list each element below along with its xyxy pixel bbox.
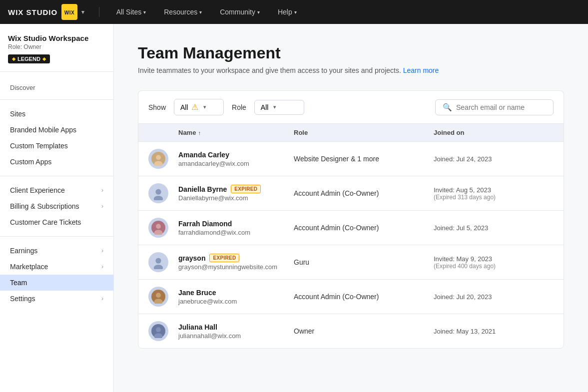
wix-text: WIX STUDIO bbox=[8, 8, 57, 16]
expired-info: (Expired 400 days ago) bbox=[434, 263, 554, 270]
joined-date: Invited: Aug 5, 2023 bbox=[434, 186, 554, 194]
table-row: Jane Bruce janebruce@wix.com Account Adm… bbox=[138, 280, 564, 314]
page-subtitle: Invite teammates to your workspace and g… bbox=[138, 66, 564, 74]
expired-badge: EXPIRED bbox=[209, 254, 239, 262]
svg-point-3 bbox=[156, 155, 161, 160]
member-name: Daniella Byrne EXPIRED bbox=[178, 185, 294, 193]
sort-arrow-icon: ↑ bbox=[198, 130, 201, 136]
sidebar-item-customer-care[interactable]: Customer Care Tickets bbox=[0, 214, 113, 230]
workspace-info: Wix Studio Workspace Role: Owner ◆ LEGEN… bbox=[0, 24, 113, 72]
show-filter-select[interactable]: All ⚠ ▾ bbox=[174, 99, 224, 115]
sidebar-nav-section: Sites Branded Mobile Apps Custom Templat… bbox=[0, 100, 113, 176]
legend-badge: ◆ LEGEND ◆ bbox=[8, 54, 50, 63]
nav-resources[interactable]: Resources ▾ bbox=[161, 6, 205, 18]
sidebar-billing-label: Billing & Subscriptions bbox=[10, 202, 79, 210]
role-cell: Account Admin (Co-Owner) bbox=[294, 189, 434, 197]
role-filter-chevron: ▾ bbox=[273, 104, 276, 110]
sidebar-bottom-section: Earnings › Marketplace › Team Settings › bbox=[0, 237, 113, 313]
nav-dropdown-chevron[interactable]: ▾ bbox=[81, 9, 85, 15]
discover-label: Discover bbox=[0, 78, 113, 93]
table-row: Daniella Byrne EXPIRED Daniellabyrne@wix… bbox=[138, 176, 564, 211]
nav-help-chevron: ▾ bbox=[294, 9, 297, 15]
show-label: Show bbox=[148, 103, 166, 111]
sidebar-item-team[interactable]: Team bbox=[0, 275, 113, 291]
nav-all-sites[interactable]: All Sites ▾ bbox=[113, 6, 149, 18]
sidebar-item-earnings[interactable]: Earnings › bbox=[0, 243, 113, 259]
sidebar-item-sites[interactable]: Sites bbox=[0, 106, 113, 122]
avatar bbox=[148, 149, 168, 169]
table-row: grayson EXPIRED grayson@mystunningwebsit… bbox=[138, 245, 564, 280]
col-name-label: Name bbox=[178, 129, 196, 136]
role-filter-value: All bbox=[261, 103, 269, 111]
sidebar-customer-care-label: Customer Care Tickets bbox=[10, 218, 81, 226]
learn-more-link[interactable]: Learn more bbox=[403, 66, 439, 74]
sidebar-middle-section: Client Experience › Billing & Subscripti… bbox=[0, 176, 113, 237]
joined-cell: Invited: May 9, 2023 (Expired 400 days a… bbox=[434, 255, 554, 270]
sidebar-item-client-experience[interactable]: Client Experience › bbox=[0, 182, 113, 198]
nav-community[interactable]: Community ▾ bbox=[217, 6, 263, 18]
nav-all-sites-chevron: ▾ bbox=[143, 9, 146, 15]
nav-help[interactable]: Help ▾ bbox=[275, 6, 300, 18]
sidebar-item-marketplace[interactable]: Marketplace › bbox=[0, 259, 113, 275]
joined-date: Joined: Jul 5, 2023 bbox=[434, 224, 554, 232]
expired-info: (Expired 313 days ago) bbox=[434, 194, 554, 201]
page-title: Team Management bbox=[138, 44, 564, 62]
role-cell: Account Admin (Co-Owner) bbox=[294, 293, 434, 301]
diamond-left-icon: ◆ bbox=[12, 56, 15, 61]
sidebar-marketplace-label: Marketplace bbox=[10, 263, 48, 271]
sidebar-sites-label: Sites bbox=[10, 110, 25, 118]
svg-point-9 bbox=[156, 224, 161, 229]
member-email: janebruce@wix.com bbox=[178, 298, 294, 305]
joined-date: Invited: May 9, 2023 bbox=[434, 255, 554, 263]
avatar bbox=[148, 287, 168, 307]
col-joined-header: Joined on bbox=[434, 129, 554, 136]
sidebar-billing-chevron: › bbox=[101, 203, 103, 210]
table-row: Amanda Carley amandacarley@wix.com Websi… bbox=[138, 142, 564, 176]
sidebar-custom-templates-label: Custom Templates bbox=[10, 142, 68, 150]
svg-text:WIX: WIX bbox=[64, 10, 74, 15]
wix-icon: WIX bbox=[61, 4, 77, 20]
joined-cell: Joined: Jul 24, 2023 bbox=[434, 155, 554, 163]
sidebar-client-exp-label: Client Experience bbox=[10, 186, 65, 194]
table-header: Name ↑ Role Joined on bbox=[138, 124, 564, 142]
member-name: grayson EXPIRED bbox=[178, 254, 294, 262]
role-cell: Account Admin (Co-Owner) bbox=[294, 224, 434, 232]
joined-date: Joined: May 13, 2021 bbox=[434, 328, 554, 335]
search-box[interactable]: 🔍 bbox=[435, 99, 554, 115]
joined-cell: Joined: Jul 20, 2023 bbox=[434, 293, 554, 301]
joined-cell: Joined: May 13, 2021 bbox=[434, 328, 554, 335]
svg-point-12 bbox=[155, 258, 161, 264]
member-email: grayson@mystunningwebsite.com bbox=[178, 263, 294, 271]
joined-date: Joined: Jul 20, 2023 bbox=[434, 293, 554, 301]
sidebar-settings-chevron: › bbox=[101, 295, 103, 302]
sidebar-item-custom-apps[interactable]: Custom Apps bbox=[0, 154, 113, 170]
member-info: Daniella Byrne EXPIRED Daniellabyrne@wix… bbox=[178, 185, 294, 202]
nav-divider bbox=[99, 7, 99, 17]
svg-point-6 bbox=[155, 189, 161, 195]
sidebar-settings-label: Settings bbox=[10, 295, 35, 303]
main-layout: Wix Studio Workspace Role: Owner ◆ LEGEN… bbox=[0, 24, 588, 392]
workspace-name: Wix Studio Workspace bbox=[8, 34, 105, 42]
sidebar-item-billing-subscriptions[interactable]: Billing & Subscriptions › bbox=[0, 198, 113, 214]
role-filter-select[interactable]: All ▾ bbox=[254, 100, 304, 115]
member-name: Farrah Diamond bbox=[178, 220, 294, 228]
sidebar-item-branded-mobile-apps[interactable]: Branded Mobile Apps bbox=[0, 122, 113, 138]
sidebar-earnings-label: Earnings bbox=[10, 247, 37, 255]
member-name: Jane Bruce bbox=[178, 289, 294, 297]
role-label: Role bbox=[232, 103, 246, 111]
sidebar-item-settings[interactable]: Settings › bbox=[0, 291, 113, 307]
top-navigation: WIX STUDIO WIX ▾ All Sites ▾ Resources ▾… bbox=[0, 0, 588, 24]
legend-text: LEGEND bbox=[17, 56, 40, 62]
col-name-header[interactable]: Name ↑ bbox=[178, 129, 294, 136]
brand-logo[interactable]: WIX STUDIO WIX ▾ bbox=[8, 4, 85, 20]
nav-community-chevron: ▾ bbox=[257, 9, 260, 15]
sidebar-team-label: Team bbox=[10, 279, 27, 287]
expired-badge: EXPIRED bbox=[231, 185, 261, 193]
sidebar: Wix Studio Workspace Role: Owner ◆ LEGEN… bbox=[0, 24, 114, 392]
search-input[interactable] bbox=[456, 103, 546, 111]
nav-resources-chevron: ▾ bbox=[199, 9, 202, 15]
nav-help-label: Help bbox=[278, 8, 292, 16]
member-name: Juliana Hall bbox=[178, 323, 294, 331]
role-cell: Guru bbox=[294, 258, 434, 266]
sidebar-item-custom-templates[interactable]: Custom Templates bbox=[0, 138, 113, 154]
